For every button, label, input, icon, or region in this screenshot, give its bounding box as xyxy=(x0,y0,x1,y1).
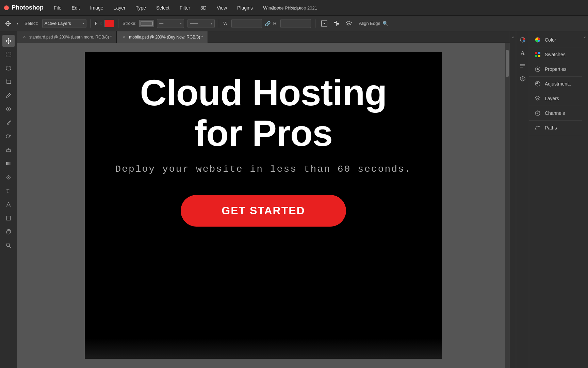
main-layout: T ✕ xyxy=(0,31,588,368)
canvas-subtext: Deploy your website in less than 60 seco… xyxy=(115,164,411,174)
layer-panel-icon[interactable] xyxy=(344,19,354,28)
panel-color-label: Color xyxy=(545,37,556,43)
collapse-left-arrow[interactable]: « xyxy=(511,34,515,41)
menu-3d[interactable]: 3D xyxy=(198,4,209,12)
scrollbar-thumb[interactable] xyxy=(506,50,509,77)
panel-item-paths[interactable]: Paths xyxy=(529,121,582,135)
tab-mobile-label: mobile.psd @ 200% (Buy Now, RGB/8) * xyxy=(129,35,203,40)
align-edge-label: Align Edge xyxy=(359,21,380,26)
svg-rect-16 xyxy=(6,216,11,220)
panel-item-layers[interactable]: Layers xyxy=(529,91,582,106)
svg-text:T: T xyxy=(6,189,10,194)
separator-1 xyxy=(91,19,91,28)
separator-2 xyxy=(118,19,118,28)
tool-dropdown-arrow[interactable]: ▾ xyxy=(14,19,20,28)
tab-close-mobile[interactable]: ✕ xyxy=(121,35,126,40)
canvas-cta-button[interactable]: GET STARTED xyxy=(181,195,346,227)
eraser-tool-button[interactable] xyxy=(2,144,15,156)
transform-control-icon[interactable] xyxy=(320,19,329,28)
rail-paragraph-icon[interactable] xyxy=(518,61,528,71)
w-label: W: xyxy=(223,21,229,26)
brush-tool-button[interactable] xyxy=(2,117,15,129)
menu-plugins[interactable]: Plugins xyxy=(235,4,255,12)
search-icon[interactable]: 🔍 xyxy=(382,20,389,27)
panel-item-properties[interactable]: Properties xyxy=(529,62,582,77)
panel-item-swatches[interactable]: Swatches xyxy=(529,47,582,62)
stroke-type-dropdown[interactable]: —— ▾ xyxy=(187,19,215,28)
headline-line1: Cloud Hosting xyxy=(140,72,387,113)
menu-image[interactable]: Image xyxy=(88,4,105,12)
h-label: H: xyxy=(273,21,278,26)
stroke-type-value: —— xyxy=(190,21,198,26)
clone-tool-button[interactable] xyxy=(2,130,15,142)
tab-standard[interactable]: ✕ standard.psd @ 200% (Learn more, RGB/8… xyxy=(17,31,117,43)
channels-icon xyxy=(534,109,541,117)
menu-view[interactable]: View xyxy=(215,4,229,12)
move-tool-icon[interactable] xyxy=(3,19,13,28)
link-dimensions-icon[interactable]: 🔗 xyxy=(265,21,271,26)
menu-window[interactable]: Window xyxy=(261,4,282,12)
gradient-tool-button[interactable] xyxy=(2,157,15,170)
menu-type[interactable]: Type xyxy=(134,4,148,12)
chevron-down-icon: ▾ xyxy=(82,21,84,25)
tab-mobile[interactable]: ✕ mobile.psd @ 200% (Buy Now, RGB/8) * xyxy=(117,31,208,43)
right-collapse-left: « xyxy=(510,31,516,368)
select-dropdown[interactable]: Active Layers ▾ xyxy=(42,19,86,28)
align-edge-button[interactable]: Align Edge 🔍 xyxy=(356,19,392,28)
width-field[interactable] xyxy=(231,19,262,28)
text-tool-button[interactable]: T xyxy=(2,185,15,197)
canvas-area: ✕ standard.psd @ 200% (Learn more, RGB/8… xyxy=(17,31,510,368)
menu-select[interactable]: Select xyxy=(154,4,172,12)
rail-color-icon[interactable] xyxy=(518,35,528,45)
svg-rect-3 xyxy=(334,22,336,23)
zoom-tool-button[interactable] xyxy=(2,239,15,251)
stroke-inner xyxy=(141,21,153,26)
crop-tool-button[interactable] xyxy=(2,76,15,88)
panel-item-color[interactable]: Color xyxy=(529,33,582,47)
left-toolbar: T xyxy=(0,31,17,368)
panel-item-channels[interactable]: Channels xyxy=(529,106,582,121)
right-collapse-right: « xyxy=(582,31,588,368)
stroke-width-dropdown[interactable]: — ▾ xyxy=(157,19,184,28)
panel-list: Color Swatches xyxy=(529,31,582,368)
menu-layer[interactable]: Layer xyxy=(112,4,128,12)
svg-rect-26 xyxy=(538,52,540,54)
app-name: Photoshop xyxy=(12,4,44,11)
eyedropper-tool-button[interactable] xyxy=(2,89,15,102)
svg-point-33 xyxy=(536,112,538,114)
move-tool-button[interactable] xyxy=(2,35,15,47)
healing-tool-button[interactable] xyxy=(2,103,15,115)
select-label: Select: xyxy=(24,21,38,26)
menu-edit[interactable]: Edit xyxy=(70,4,82,12)
traffic-light-red[interactable] xyxy=(4,5,9,10)
canvas-scrollbar[interactable] xyxy=(505,43,510,368)
fill-swatch[interactable] xyxy=(104,20,114,27)
menu-help[interactable]: Help xyxy=(288,4,302,12)
hand-tool-button[interactable] xyxy=(2,226,15,238)
chevron-type-icon: ▾ xyxy=(211,21,212,25)
menu-bar: Photoshop File Edit Image Layer Type Sel… xyxy=(0,0,588,16)
color-icon xyxy=(534,36,541,44)
marquee-tool-button[interactable] xyxy=(2,48,15,61)
path-selection-button[interactable] xyxy=(2,198,15,211)
lasso-tool-button[interactable] xyxy=(2,62,15,74)
icon-rail: A xyxy=(516,31,529,368)
menu-filter[interactable]: Filter xyxy=(178,4,192,12)
panel-adjustment-label: Adjustment... xyxy=(545,81,573,87)
rail-3d-icon[interactable] xyxy=(518,74,528,84)
menu-file[interactable]: File xyxy=(52,4,64,12)
align-distribute-icon[interactable] xyxy=(332,19,341,28)
rail-type-icon[interactable]: A xyxy=(518,48,528,58)
height-field[interactable] xyxy=(280,19,311,28)
tab-close-standard[interactable]: ✕ xyxy=(22,35,27,40)
options-bar: ▾ Select: Active Layers ▾ Fill: Stroke: … xyxy=(0,16,588,31)
pen-tool-button[interactable] xyxy=(2,171,15,183)
panel-item-adjustment[interactable]: Adjustment... xyxy=(529,77,582,91)
svg-line-18 xyxy=(9,246,11,248)
shape-tool-button[interactable] xyxy=(2,212,15,224)
svg-rect-25 xyxy=(535,52,537,54)
panel-channels-label: Channels xyxy=(545,110,565,116)
collapse-right-arrow[interactable]: « xyxy=(583,34,587,41)
stroke-swatch[interactable] xyxy=(139,20,154,27)
canvas-document: Cloud Hosting for Pros Deploy your websi… xyxy=(85,52,442,359)
